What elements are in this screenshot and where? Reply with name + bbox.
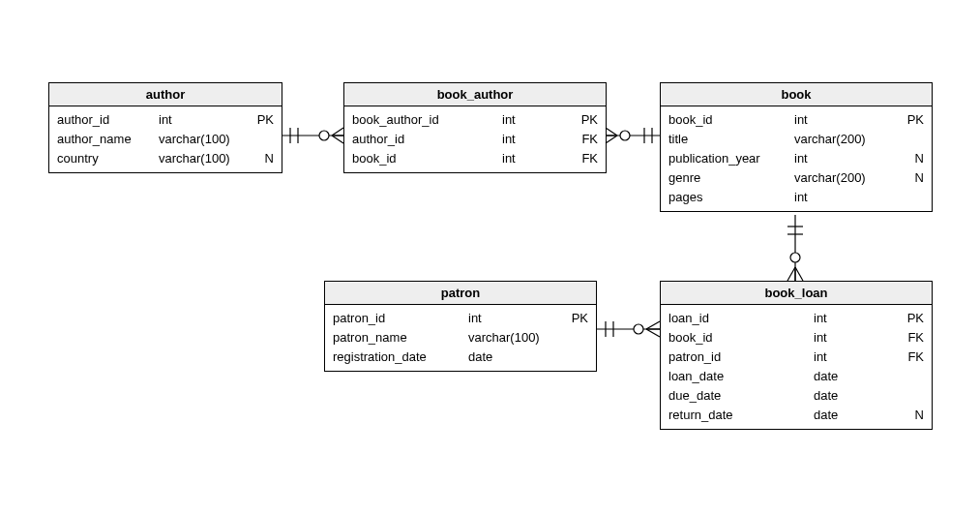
table-row: patron_namevarchar(100) [333, 328, 588, 348]
entity-author-title: author [49, 83, 282, 106]
table-row: book_author_idintPK [352, 110, 598, 130]
svg-line-9 [606, 128, 617, 136]
er-diagram-canvas: author author_idintPK author_namevarchar… [0, 0, 980, 514]
svg-line-18 [787, 267, 795, 281]
svg-point-8 [620, 131, 630, 140]
svg-point-24 [634, 324, 643, 334]
table-row: due_datedate [668, 386, 924, 406]
relationship-lines [0, 0, 980, 514]
svg-point-17 [790, 253, 800, 262]
svg-line-5 [332, 136, 343, 143]
table-row: loan_idintPK [668, 309, 924, 328]
table-row: patron_idintFK [668, 348, 924, 367]
table-row: author_idintPK [57, 110, 274, 130]
rel-book-bookauthor [606, 128, 660, 143]
entity-book-loan-body: loan_idintPK book_idintFK patron_idintFK… [661, 305, 932, 429]
table-row: book_idintFK [668, 328, 924, 348]
entity-author-body: author_idintPK author_namevarchar(100) c… [49, 106, 282, 172]
table-row: patron_idintPK [333, 309, 588, 328]
entity-book-author-title: book_author [344, 83, 606, 106]
svg-line-25 [646, 321, 660, 329]
table-row: author_namevarchar(100) [57, 130, 274, 149]
rel-author-bookauthor [282, 128, 343, 143]
table-row: loan_datedate [668, 367, 924, 386]
entity-patron-body: patron_idintPK patron_namevarchar(100) r… [325, 305, 596, 371]
rel-book-bookloan [787, 215, 803, 281]
table-row: pagesint [668, 188, 924, 207]
table-row: author_idintFK [352, 130, 598, 149]
table-row: publication_yearintN [668, 149, 924, 168]
svg-line-26 [646, 329, 660, 337]
svg-line-10 [606, 136, 617, 143]
entity-patron-title: patron [325, 282, 596, 305]
svg-point-3 [319, 131, 329, 140]
entity-book: book book_idintPK titlevarchar(200) publ… [660, 82, 933, 212]
table-row: return_datedateN [668, 406, 924, 425]
entity-book-body: book_idintPK titlevarchar(200) publicati… [661, 106, 932, 211]
svg-line-19 [795, 267, 803, 281]
entity-book-loan-title: book_loan [661, 282, 932, 305]
table-row: registration_datedate [333, 348, 588, 367]
entity-book-loan: book_loan loan_idintPK book_idintFK patr… [660, 281, 933, 430]
entity-book-author-body: book_author_idintPK author_idintFK book_… [344, 106, 606, 172]
table-row: book_idintFK [352, 149, 598, 168]
entity-author: author author_idintPK author_namevarchar… [48, 82, 282, 173]
table-row: titlevarchar(200) [668, 130, 924, 149]
entity-book-title: book [661, 83, 932, 106]
svg-line-4 [332, 128, 343, 136]
rel-patron-bookloan [596, 321, 660, 337]
table-row: book_idintPK [668, 110, 924, 130]
entity-book-author: book_author book_author_idintPK author_i… [343, 82, 607, 173]
table-row: countryvarchar(100)N [57, 149, 274, 168]
entity-patron: patron patron_idintPK patron_namevarchar… [324, 281, 597, 372]
table-row: genrevarchar(200)N [668, 168, 924, 188]
